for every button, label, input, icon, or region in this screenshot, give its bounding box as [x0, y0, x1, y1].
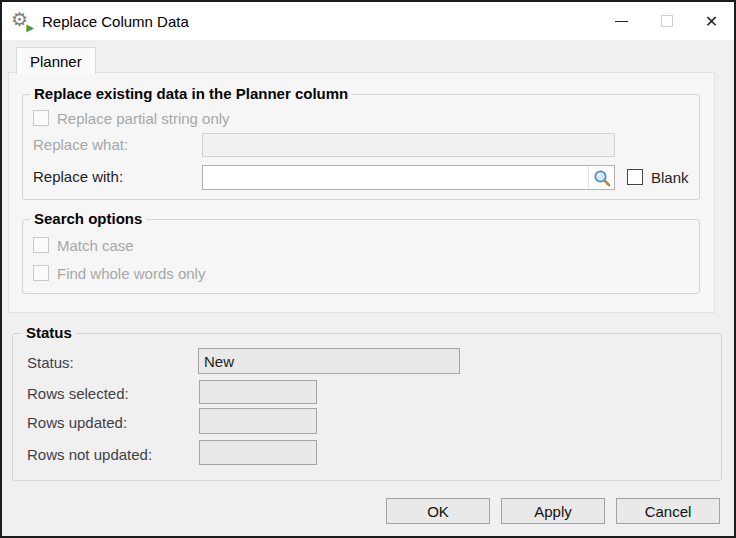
find-whole-words-label: Find whole words only [57, 265, 205, 282]
rows-updated-label: Rows updated: [27, 414, 127, 431]
minimize-button[interactable] [599, 2, 644, 40]
rows-updated-field [199, 408, 317, 434]
search-lookup-button[interactable] [588, 166, 614, 189]
maximize-icon [661, 15, 673, 27]
ok-button[interactable]: OK [386, 498, 490, 524]
window-title: Replace Column Data [42, 13, 189, 30]
maximize-button [644, 2, 689, 40]
app-gear-run-icon: ⚙ ▶ [11, 10, 33, 32]
rows-not-updated-label: Rows not updated: [27, 446, 152, 463]
replace-partial-string-label: Replace partial string only [57, 110, 230, 127]
search-options-group-title: Search options [30, 210, 146, 227]
rows-selected-field [199, 380, 317, 404]
status-value-field [198, 348, 460, 374]
replace-partial-string-checkbox [33, 110, 49, 126]
tab-planner[interactable]: Planner [16, 47, 96, 74]
status-group-title: Status [22, 324, 76, 341]
cancel-button[interactable]: Cancel [616, 498, 720, 524]
replace-with-label: Replace with: [33, 168, 123, 185]
rows-not-updated-field [199, 440, 317, 465]
replace-what-input [202, 133, 615, 157]
window-controls: ✕ [599, 2, 734, 40]
close-button[interactable]: ✕ [689, 2, 734, 40]
tab-planner-label: Planner [30, 53, 82, 70]
find-whole-words-checkbox [33, 265, 49, 281]
blank-checkbox[interactable] [627, 169, 643, 185]
green-play-icon: ▶ [26, 23, 34, 33]
search-options-groupbox [22, 219, 700, 294]
title-bar: ⚙ ▶ Replace Column Data ✕ [2, 2, 734, 40]
minimize-icon [615, 21, 628, 22]
replace-what-label: Replace what: [33, 136, 128, 153]
replace-with-input[interactable] [202, 165, 615, 190]
apply-button[interactable]: Apply [501, 498, 605, 524]
match-case-label: Match case [57, 237, 134, 254]
search-icon [593, 169, 611, 187]
replace-data-group-title: Replace existing data in the Planner col… [30, 85, 352, 102]
replace-column-data-dialog: ⚙ ▶ Replace Column Data ✕ Planner Replac… [0, 0, 736, 538]
match-case-checkbox [33, 237, 49, 253]
status-label: Status: [27, 354, 74, 371]
rows-selected-label: Rows selected: [27, 385, 129, 402]
blank-checkbox-label: Blank [651, 169, 689, 186]
